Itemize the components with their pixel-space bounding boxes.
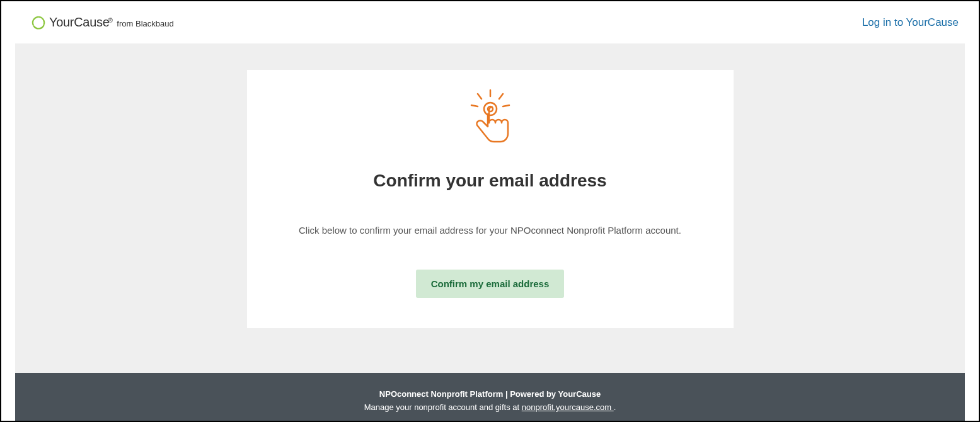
brand-text: YourCause® from Blackbaud — [49, 15, 174, 30]
svg-point-5 — [484, 103, 497, 115]
card-body: Click below to confirm your email addres… — [299, 224, 681, 238]
logo-circle-icon — [32, 16, 45, 30]
brand-primary: YourCause — [49, 15, 110, 29]
footer-line2: Manage your nonprofit account and gifts … — [15, 401, 965, 414]
content-area: Confirm your email address Click below t… — [15, 43, 965, 373]
footer: NPOconnect Nonprofit Platform | Powered … — [15, 373, 965, 421]
confirm-email-button[interactable]: Confirm my email address — [416, 270, 565, 298]
login-link[interactable]: Log in to YourCause — [862, 16, 959, 29]
svg-line-3 — [471, 105, 478, 106]
click-hand-icon — [465, 89, 516, 152]
footer-line2-suffix: . — [614, 402, 616, 412]
brand-secondary: from Blackbaud — [117, 19, 173, 28]
footer-line1: NPOconnect Nonprofit Platform | Powered … — [15, 388, 965, 401]
card-title: Confirm your email address — [373, 171, 606, 191]
footer-nonprofit-link[interactable]: nonprofit.yourcause.com — [522, 402, 614, 412]
svg-line-4 — [503, 105, 509, 106]
brand-logo: YourCause® from Blackbaud — [32, 15, 174, 30]
header: YourCause® from Blackbaud Log in to Your… — [1, 1, 979, 43]
svg-line-2 — [499, 94, 503, 99]
brand-registered-mark: ® — [108, 17, 113, 24]
confirm-email-card: Confirm your email address Click below t… — [247, 70, 734, 328]
footer-line2-prefix: Manage your nonprofit account and gifts … — [364, 402, 522, 412]
svg-line-1 — [478, 94, 481, 99]
